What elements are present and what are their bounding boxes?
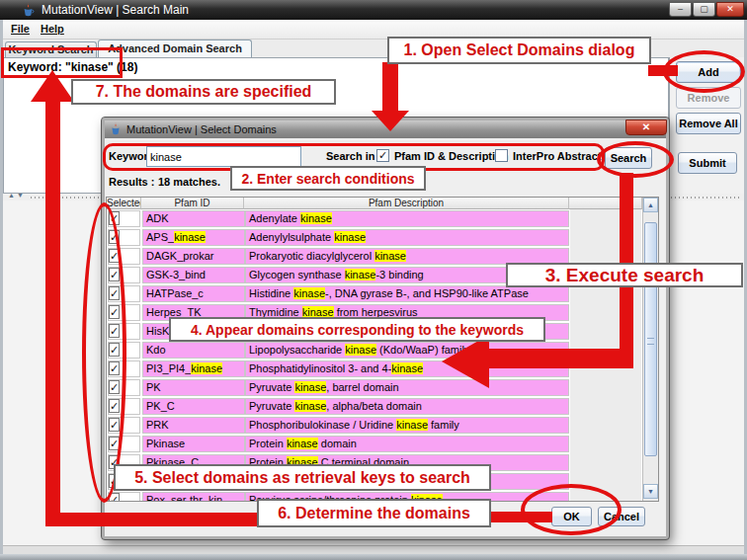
table-scrollbar[interactable]: ▲ ▼	[642, 198, 658, 501]
header-pfam-id[interactable]: Pfam ID	[141, 198, 244, 209]
add-button-circle	[663, 50, 745, 93]
row-checkbox[interactable]: ✓	[108, 492, 140, 501]
table-row[interactable]: ✓APS_kinaseAdenylylsulphate kinase	[107, 228, 642, 247]
annotation-step4: 4. Appear domains corresponding to the k…	[169, 317, 545, 342]
minimize-button[interactable]: –	[669, 2, 692, 17]
maximize-button[interactable]: ▢	[693, 2, 715, 17]
row-filler	[570, 435, 641, 453]
dialog-title: MutationView | Select Domains	[126, 120, 277, 138]
pfam-desc-cell: Adenylate kinase	[245, 210, 569, 227]
java-icon	[22, 3, 36, 17]
selected-column-circle	[82, 202, 126, 503]
header-pfam-description[interactable]: Pfam Description	[244, 198, 569, 209]
remove-all-button[interactable]: Remove All	[676, 113, 741, 134]
pfam-desc-cell: Phosphoribulokinase / Uridine kinase fam…	[245, 417, 569, 434]
pfam-desc-cell: Protein kinase domain	[245, 436, 569, 452]
annotation-step3: 3. Execute search	[506, 263, 743, 287]
java-icon	[110, 122, 124, 136]
annotation-step2: 2. Enter search conditions	[230, 166, 426, 191]
search-button-circle	[597, 141, 674, 178]
screenshot-root: MutationView | Search Main – ▢ ✕ File He…	[0, 0, 747, 560]
row-filler	[570, 397, 641, 416]
row-filler	[570, 453, 641, 472]
pfam-id-cell: HATPase_c	[142, 285, 245, 302]
step4-arrow-horizontal	[488, 349, 633, 368]
row-filler	[570, 416, 641, 435]
statusbar	[3, 546, 744, 554]
pfam-id-cell: ADK	[142, 210, 245, 227]
pfam-id-cell: Pox_ser-thr_kin	[142, 492, 245, 501]
table-header: Selected Pfam ID Pfam Description	[107, 198, 642, 209]
step1-arrowhead-down	[372, 111, 409, 131]
menu-help[interactable]: Help	[41, 23, 64, 35]
main-titlebar: MutationView | Search Main – ▢ ✕	[0, 0, 747, 20]
menu-file[interactable]: File	[11, 23, 30, 35]
results-count: 18 matches.	[158, 176, 220, 188]
step6-arrow-horizontal	[45, 513, 257, 526]
table-row[interactable]: ✓PkinaseProtein kinase domain	[107, 435, 642, 453]
pfam-id-cell: PI3_PI4_kinase	[142, 360, 245, 377]
step7-arrow-vertical	[45, 102, 60, 526]
table-row[interactable]: ✓PK_CPyruvate kinase, alpha/beta domain	[107, 397, 642, 416]
split-collapse-up-icon[interactable]: ▲	[8, 192, 15, 199]
window-title: MutationView | Search Main	[42, 0, 189, 20]
pfam-id-cell: PK_C	[142, 398, 245, 415]
annotation-step1: 1. Open Select Domains dialog	[387, 37, 651, 64]
table-row[interactable]: ✓PRKPhosphoribulokinase / Uridine kinase…	[107, 416, 642, 435]
pfam-id-cell: Kdo	[142, 342, 245, 359]
pfam-id-cell: Pkinase	[142, 436, 245, 452]
row-filler	[570, 378, 641, 397]
pfam-id-cell: DAGK_prokar	[142, 248, 245, 265]
keyword-item-highlight-rect	[1, 47, 123, 78]
split-collapse-down-icon[interactable]: ▼	[17, 192, 24, 199]
window-border-left	[0, 20, 3, 560]
scroll-down-icon[interactable]: ▼	[643, 484, 658, 499]
pfam-desc-cell: Pyruvate kinase, barrel domain	[245, 379, 569, 396]
annotation-step5: 5. Select domains as retrieval keys to s…	[114, 464, 491, 491]
step1-arrow-shaft	[382, 62, 398, 112]
header-selected[interactable]: Selected	[107, 198, 141, 209]
window-border-bottom	[0, 554, 747, 560]
pfam-desc-cell: Adenylylsulphate kinase	[245, 229, 569, 246]
annotation-step6: 6. Determine the domains	[257, 499, 491, 527]
pfam-desc-cell: Histidine kinase-, DNA gyrase B-, and HS…	[245, 285, 569, 302]
submit-button[interactable]: Submit	[678, 152, 737, 174]
dialog-close-icon[interactable]: ✕	[625, 120, 667, 135]
annotation-step7: 7. The domains are specified	[71, 79, 336, 105]
scrollbar-thumb[interactable]	[644, 222, 657, 456]
pfam-id-cell: GSK-3_bind	[142, 267, 245, 283]
step4-arrowhead-left	[442, 335, 489, 388]
pfam-id-cell: PK	[142, 379, 245, 396]
pfam-desc-cell: Pyruvate kinase, alpha/beta domain	[245, 398, 569, 415]
scroll-up-icon[interactable]: ▲	[643, 198, 658, 212]
close-icon[interactable]: ✕	[716, 2, 744, 17]
table-row[interactable]: ✓PKPyruvate kinase, barrel domain	[107, 378, 642, 397]
pfam-id-cell: APS_kinase	[142, 229, 245, 246]
results-label: Results :	[109, 176, 154, 188]
table-row[interactable]: ✓ADKAdenylate kinase	[107, 209, 642, 228]
ok-button-circle	[521, 484, 622, 535]
pfam-id-cell: PRK	[142, 417, 245, 434]
